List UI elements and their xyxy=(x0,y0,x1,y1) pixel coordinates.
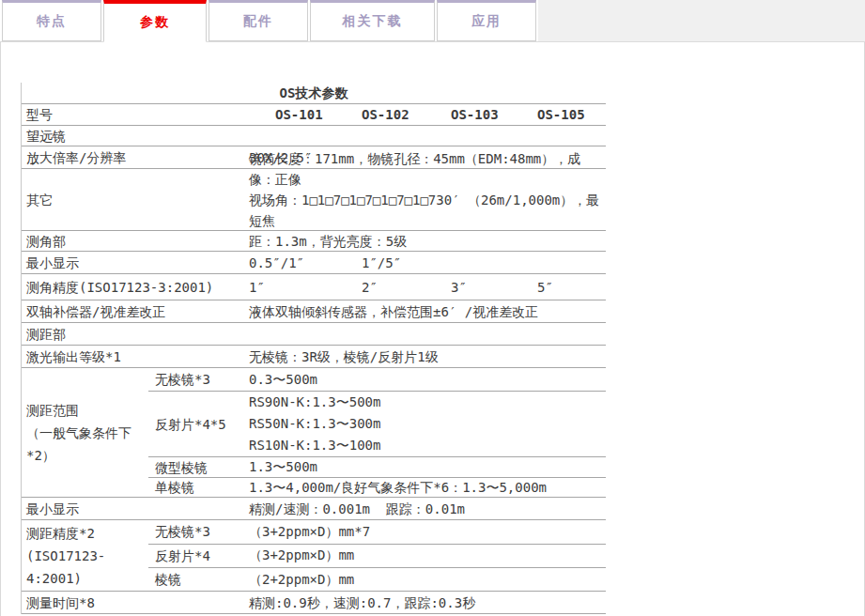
subrow-label: 反射片*4 xyxy=(148,545,249,568)
other-line-1: 镜筒长度：171mm，物镜孔径：45mm（EDM:48mm），成像：正像 xyxy=(249,148,606,190)
row-value-cells: 1″ 2″ 3″ 5″ xyxy=(249,274,606,300)
angle-accuracy-v4: 5″ xyxy=(537,281,606,294)
table-row-time: 测量时间*8 精测:0.9秒，速测:0.7，跟踪:0.3秒 xyxy=(22,592,606,614)
subrow-reflectorless: 无棱镜*3 （3+2ppm×D）mm*7 xyxy=(148,520,606,545)
tab-applications-label: 应用 xyxy=(471,13,502,30)
range-mini-prism-value: 1.3〜500m xyxy=(249,456,606,478)
tab-bar-filler xyxy=(538,0,865,41)
subrow-reflective-sheet: 反射片*4 （3+2ppm×D）mm xyxy=(148,545,606,569)
subrow-mini-prism: 微型棱镜 1.3〜500m xyxy=(148,457,606,478)
range-label-line2: （一般气象条件下*2） xyxy=(26,422,148,467)
tab-accessories[interactable]: 配件 xyxy=(209,0,308,41)
section-label: 望远镜 xyxy=(22,126,249,146)
subrow-prism: 棱镜 （2+2ppm×D）mm xyxy=(148,568,606,591)
tab-accessories-label: 配件 xyxy=(243,13,273,30)
tab-panel-parameters: OS技术参数 型号 OS-101 OS-102 OS-103 OS-105 望远… xyxy=(0,42,865,616)
subrow-label: 无棱镜*3 xyxy=(148,368,249,391)
angle-min-display-v2: 1″/5″ xyxy=(362,256,451,270)
table-row-angle-accuracy: 测角精度(ISO17123-3:2001) 1″ 2″ 3″ 5″ xyxy=(22,274,606,300)
row-label: 测量时间*8 xyxy=(22,592,249,613)
table-row-angle-min-display: 最小显示 0.5″/1″ 1″/5″ xyxy=(22,252,606,274)
row-label: 激光输出等级*1 xyxy=(22,346,249,367)
range-sheet-v3: RS10N-K:1.3〜100m xyxy=(249,435,606,456)
accuracy-sheet-value: （3+2ppm×D）mm xyxy=(249,545,606,566)
range-label-line1: 测距范围 xyxy=(26,399,148,422)
group-body: 无棱镜*3 （3+2ppm×D）mm*7 反射片*4 （3+2ppm×D）mm … xyxy=(148,520,606,591)
range-prism-value: 1.3〜4,000m/良好气象条件下*6：1.3〜5,000m xyxy=(249,477,606,499)
section-row-distance: 测距部 xyxy=(22,323,606,346)
group-row-accuracy: 测距精度*2 (ISO17123-4:2001) 无棱镜*3 （3+2ppm×D… xyxy=(22,520,606,592)
tab-features-label: 特点 xyxy=(37,13,67,30)
tab-downloads[interactable]: 相关下载 xyxy=(310,0,435,41)
subrow-label: 微型棱镜 xyxy=(148,457,249,477)
row-label: 测角精度(ISO17123-3:2001) xyxy=(22,274,249,300)
subrow-value: （3+2ppm×D）mm xyxy=(249,545,606,568)
other-line-2: 视场角：1□1□7□1□7□1□7□1□730′ （26m/1,000m），最短… xyxy=(249,190,606,231)
row-value-multiline: 镜筒长度：171mm，物镜孔径：45mm（EDM:48mm），成像：正像 视场角… xyxy=(249,169,606,230)
row-value-cells: 0.5″/1″ 1″/5″ xyxy=(249,252,606,273)
subrow-value: 1.3〜500m xyxy=(249,457,606,477)
table-row-dist-min-display: 最小显示 精测/速测：0.001m 跟踪：0.01m xyxy=(22,498,606,520)
other-line-3: 距：1.3m，背光亮度：5级 xyxy=(249,231,606,252)
subrow-reflectorless: 无棱镜*3 0.3〜500m xyxy=(148,368,606,392)
table-title: OS技术参数 xyxy=(22,83,606,104)
model-os101: OS-101 xyxy=(249,108,362,121)
row-value: 无棱镜：3R级，棱镜/反射片1级 xyxy=(249,346,606,367)
angle-accuracy-v2: 2″ xyxy=(362,281,451,294)
subrow-single-prism: 单棱镜 1.3〜4,000m/良好气象条件下*6：1.3〜5,000m xyxy=(148,478,606,497)
group-body: 无棱镜*3 0.3〜500m 反射片*4*5 RS90N-K:1.3〜500m … xyxy=(148,368,606,497)
angle-accuracy-v1: 1″ xyxy=(249,281,362,294)
group-row-range: 测距范围 （一般气象条件下*2） 无棱镜*3 0.3〜500m 反射片*4*5 … xyxy=(22,368,606,498)
subrow-value: 0.3〜500m xyxy=(249,368,606,391)
row-label: 最小显示 xyxy=(22,252,249,273)
model-cells: OS-101 OS-102 OS-103 OS-105 xyxy=(249,104,606,125)
subrow-value: 1.3〜4,000m/良好气象条件下*6：1.3〜5,000m xyxy=(249,478,606,497)
group-label: 测距范围 （一般气象条件下*2） xyxy=(22,368,148,497)
tab-parameters-label: 参数 xyxy=(140,14,170,31)
range-sheet-v1: RS90N-K:1.3〜500m xyxy=(249,392,606,413)
accuracy-reflectorless-value: （3+2ppm×D）mm*7 xyxy=(249,521,606,543)
section-label: 测距部 xyxy=(22,323,249,345)
row-label: 放大倍率/分辨率 xyxy=(22,146,249,168)
subrow-label: 无棱镜*3 xyxy=(148,520,249,544)
table-row-compensator: 双轴补偿器/视准差改正 液体双轴倾斜传感器，补偿范围±6′ /视准差改正 xyxy=(22,300,606,323)
table-row-other: 其它 镜筒长度：171mm，物镜孔径：45mm（EDM:48mm），成像：正像 … xyxy=(22,169,606,231)
subrow-reflective-sheet: 反射片*4*5 RS90N-K:1.3〜500m RS50N-K:1.3〜300… xyxy=(148,392,606,457)
subrow-label: 反射片*4*5 xyxy=(148,392,249,456)
row-value: 液体双轴倾斜传感器，补偿范围±6′ /视准差改正 xyxy=(249,300,606,322)
tab-parameters[interactable]: 参数 xyxy=(103,0,207,42)
table-row-model: 型号 OS-101 OS-102 OS-103 OS-105 xyxy=(22,104,606,126)
angle-min-display-v1: 0.5″/1″ xyxy=(249,256,362,270)
model-os102: OS-102 xyxy=(362,108,451,121)
row-label: 双轴补偿器/视准差改正 xyxy=(22,300,249,322)
accuracy-prism-value: （2+2ppm×D）mm xyxy=(249,569,606,591)
accuracy-label-line1: 测距精度*2 xyxy=(26,522,148,545)
subrow-value-multiline: RS90N-K:1.3〜500m RS50N-K:1.3〜300m RS10N-… xyxy=(249,392,606,456)
model-os105: OS-105 xyxy=(537,108,606,121)
tab-features[interactable]: 特点 xyxy=(2,0,101,41)
row-label: 最小显示 xyxy=(22,498,249,519)
row-label: 其它 xyxy=(22,169,249,230)
range-reflectorless-value: 0.3〜500m xyxy=(249,369,606,391)
subrow-value: （3+2ppm×D）mm*7 xyxy=(249,520,606,544)
range-sheet-v2: RS50N-K:1.3〜300m xyxy=(249,413,606,435)
angle-accuracy-v3: 3″ xyxy=(451,281,537,294)
row-value: 精测/速测：0.001m 跟踪：0.01m xyxy=(249,498,606,519)
row-label: 型号 xyxy=(22,104,249,125)
row-value: 精测:0.9秒，速测:0.7，跟踪:0.3秒 xyxy=(249,592,606,613)
section-label: 测角部 xyxy=(22,231,249,251)
tab-downloads-label: 相关下载 xyxy=(343,13,403,30)
section-row-telescope: 望远镜 xyxy=(22,126,606,146)
spec-table: OS技术参数 型号 OS-101 OS-102 OS-103 OS-105 望远… xyxy=(21,83,606,614)
tab-bar: 特点 参数 配件 相关下载 应用 xyxy=(0,0,865,42)
subrow-value: （2+2ppm×D）mm xyxy=(249,568,606,591)
group-label: 测距精度*2 (ISO17123-4:2001) xyxy=(22,520,148,591)
tab-applications[interactable]: 应用 xyxy=(437,0,536,41)
table-row-laser-class: 激光输出等级*1 无棱镜：3R级，棱镜/反射片1级 xyxy=(22,346,606,368)
subrow-label: 单棱镜 xyxy=(148,478,249,497)
accuracy-label-line2: (ISO17123-4:2001) xyxy=(26,545,148,590)
subrow-label: 棱镜 xyxy=(148,568,249,591)
model-os103: OS-103 xyxy=(451,108,537,121)
